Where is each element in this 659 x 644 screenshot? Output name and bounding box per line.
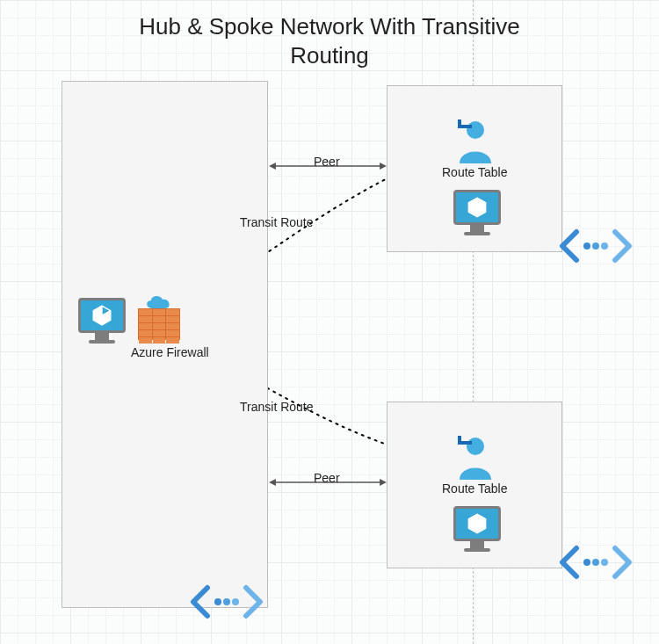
spoke-b-box: Route Table: [387, 402, 562, 568]
cloud-icon: [143, 293, 175, 312]
peer-label: Peer: [314, 155, 340, 169]
svg-point-1: [467, 438, 484, 455]
vm-icon: [78, 298, 126, 344]
title-line-1: Hub & Spoke Network With Transitive: [139, 13, 520, 40]
svg-point-7: [601, 242, 608, 250]
diagram-canvas: Hub & Spoke Network With Transitive Rout…: [0, 0, 659, 644]
svg-point-0: [467, 121, 484, 139]
transit-route-label: Transit Route: [240, 400, 314, 414]
svg-point-5: [583, 242, 590, 250]
route-table-label: Route Table: [442, 481, 507, 496]
svg-point-2: [214, 598, 221, 605]
brick-wall-icon: [138, 308, 180, 340]
svg-point-6: [592, 242, 599, 250]
route-table-icon: [456, 434, 495, 483]
azure-firewall-icon: [138, 308, 180, 340]
azure-firewall-label: Azure Firewall: [131, 345, 209, 359]
cube-icon: [91, 304, 113, 327]
svg-point-3: [223, 598, 230, 605]
hub-vnet-box: Azure Firewall: [62, 81, 268, 608]
vnet-icon: [559, 228, 633, 267]
vm-icon: [453, 506, 501, 552]
svg-point-10: [601, 559, 608, 566]
svg-point-4: [232, 598, 239, 605]
spoke-a-box: Route Table: [387, 85, 562, 252]
peer-label: Peer: [314, 471, 340, 485]
title-line-2: Routing: [290, 42, 369, 69]
transit-route-label: Transit Route: [240, 215, 314, 229]
svg-point-8: [583, 559, 590, 566]
vnet-icon: [559, 545, 633, 583]
vnet-icon: [190, 584, 264, 623]
diagram-title: Hub & Spoke Network With Transitive Rout…: [0, 12, 659, 69]
route-table-label: Route Table: [442, 165, 507, 179]
vm-icon: [453, 190, 501, 235]
route-table-icon: [456, 118, 495, 167]
svg-point-9: [592, 559, 599, 566]
